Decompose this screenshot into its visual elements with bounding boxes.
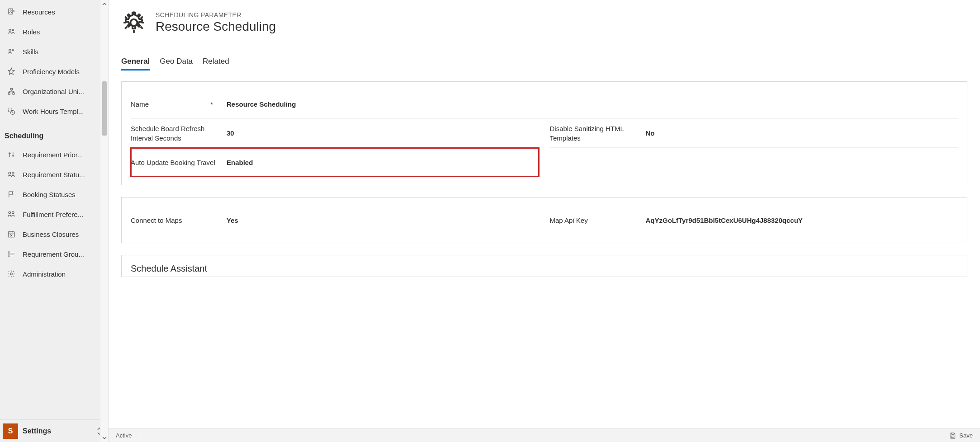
sidebar-item-skills[interactable]: Skills (0, 42, 108, 61)
form-panel-schedule-assistant: Schedule Assistant (121, 255, 967, 277)
save-button[interactable]: Save (949, 432, 973, 439)
sidebar-item-requirement-groups[interactable]: Requirement Grou... (0, 244, 108, 264)
sidebar-item-fulfillment-preferences[interactable]: Fulfillment Prefere... (0, 204, 108, 224)
priority-icon (6, 150, 16, 160)
tab-bar: General Geo Data Related (121, 54, 967, 70)
status-bar: Active Save (109, 428, 980, 442)
sidebar-item-label: Roles (23, 28, 103, 36)
svg-point-11 (9, 172, 11, 174)
sidebar-item-proficiency-models[interactable]: Proficiency Models (0, 61, 108, 81)
svg-point-12 (12, 172, 14, 174)
form-panel-general: Name * Resource Scheduling Schedule Boar… (121, 81, 967, 185)
field-label-connect-maps: Connect to Maps (131, 216, 221, 225)
calendar-x-icon (6, 229, 16, 239)
sidebar-item-label: Fulfillment Prefere... (23, 211, 103, 218)
sidebar-item-label: Administration (23, 270, 103, 278)
svg-rect-21 (952, 436, 954, 437)
field-label-refresh: Schedule Board Refresh Interval Seconds (131, 124, 221, 143)
svg-point-1 (10, 10, 11, 11)
sidebar-item-label: Requirement Statu... (23, 171, 103, 179)
flag-icon (6, 189, 16, 199)
svg-point-14 (12, 212, 14, 214)
field-value-map-api-key[interactable]: AqYzGoLfTyr9d51Bbl5tCexU6UHg4J88320qccuY (640, 216, 958, 224)
tab-geo-data[interactable]: Geo Data (160, 54, 193, 70)
field-value-name[interactable]: Resource Scheduling (221, 100, 958, 108)
record-gear-icon (121, 10, 147, 35)
area-tile: S (3, 423, 18, 439)
sidebar-scroll-area: Resources Roles Skills Proficiency Model… (0, 0, 108, 419)
svg-rect-8 (13, 93, 14, 94)
svg-rect-6 (10, 88, 13, 90)
field-label-name: Name (131, 99, 149, 109)
record-eyebrow: SCHEDULING PARAMETER (156, 11, 276, 19)
sidebar-group-scheduling: Scheduling (0, 121, 108, 145)
area-label: Settings (23, 427, 95, 435)
tab-general[interactable]: General (121, 54, 150, 70)
sidebar-item-administration[interactable]: Administration (0, 264, 108, 284)
svg-point-19 (10, 273, 13, 275)
form-row-auto-update-booking-travel: Auto Update Booking Travel Enabled (131, 148, 539, 177)
svg-point-16 (9, 252, 9, 253)
save-label: Save (959, 432, 973, 439)
sidebar-item-label: Work Hours Templ... (23, 108, 103, 115)
sidebar-nav: Resources Roles Skills Proficiency Model… (0, 0, 109, 442)
sidebar-item-label: Skills (23, 48, 103, 56)
svg-point-18 (9, 256, 9, 257)
list-group-icon (6, 249, 16, 259)
sidebar-item-label: Booking Statuses (23, 191, 103, 198)
field-label-sanitize: Disable Sanitizing HTML Templates (550, 124, 640, 143)
main-area: SCHEDULING PARAMETER Resource Scheduling… (109, 0, 980, 442)
field-value-refresh[interactable]: 30 (221, 129, 539, 137)
form-row-empty (550, 148, 958, 177)
resources-icon (6, 7, 16, 17)
svg-rect-15 (8, 232, 14, 237)
gear-icon (6, 269, 16, 279)
tab-related[interactable]: Related (203, 54, 229, 70)
required-star: * (210, 99, 213, 109)
svg-point-3 (12, 29, 14, 31)
record-header: SCHEDULING PARAMETER Resource Scheduling (121, 10, 967, 35)
form-row-name: Name * Resource Scheduling (131, 90, 958, 119)
form-row-connect-maps: Connect to Maps Yes (131, 206, 539, 235)
sidebar-item-roles[interactable]: Roles (0, 22, 108, 42)
form-panel-maps: Connect to Maps Yes Map Api Key AqYzGoLf… (121, 197, 967, 243)
scroll-up-icon[interactable] (100, 0, 109, 8)
sidebar-item-requirement-priorities[interactable]: Requirement Prior... (0, 145, 108, 165)
sidebar-item-booking-statuses[interactable]: Booking Statuses (0, 184, 108, 204)
requirement-status-icon (6, 169, 16, 179)
sidebar-item-requirement-statuses[interactable]: Requirement Statu... (0, 165, 108, 184)
sidebar-item-organizational-units[interactable]: Organizational Uni... (0, 81, 108, 101)
scroll-thumb[interactable] (102, 81, 107, 136)
field-value-auto-travel[interactable]: Enabled (221, 159, 539, 166)
svg-point-13 (9, 212, 11, 214)
sidebar-item-resources[interactable]: Resources (0, 2, 108, 22)
section-title-schedule-assistant: Schedule Assistant (131, 263, 958, 274)
scroll-down-icon[interactable] (100, 434, 109, 442)
save-icon (949, 432, 956, 439)
record-title: Resource Scheduling (156, 19, 276, 34)
field-label-map-api-key: Map Api Key (550, 216, 640, 225)
form-row-map-api-key: Map Api Key AqYzGoLfTyr9d51Bbl5tCexU6UHg… (550, 206, 958, 235)
svg-point-2 (9, 29, 11, 32)
field-value-connect-maps[interactable]: Yes (221, 216, 539, 224)
clock-template-icon (6, 106, 16, 116)
svg-point-17 (9, 254, 9, 254)
org-chart-icon (6, 86, 16, 96)
sidebar-item-label: Resources (23, 8, 103, 16)
svg-point-4 (9, 49, 11, 52)
svg-rect-7 (8, 93, 10, 94)
svg-point-5 (12, 49, 14, 51)
sidebar-item-label: Requirement Grou... (23, 250, 103, 258)
roles-icon (6, 27, 16, 37)
field-value-sanitize[interactable]: No (640, 129, 958, 137)
sidebar-item-label: Business Closures (23, 230, 103, 238)
record-status: Active (116, 432, 140, 440)
star-icon (6, 66, 16, 76)
sidebar-item-work-hours-templates[interactable]: Work Hours Templ... (0, 101, 108, 121)
sidebar-item-label: Requirement Prior... (23, 151, 103, 159)
skills-icon (6, 47, 16, 56)
area-switcher[interactable]: S Settings (0, 419, 108, 442)
fulfillment-icon (6, 209, 16, 219)
sidebar-item-business-closures[interactable]: Business Closures (0, 224, 108, 244)
sidebar-scrollbar[interactable] (100, 0, 108, 442)
